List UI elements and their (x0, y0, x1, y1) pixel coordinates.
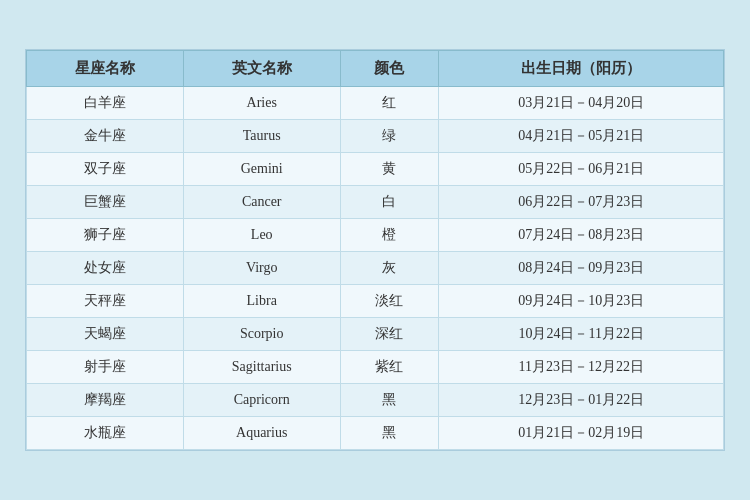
zodiac-table: 星座名称英文名称颜色出生日期（阳历） 白羊座Aries红03月21日－04月20… (26, 50, 724, 450)
header-col-1: 英文名称 (183, 51, 340, 87)
cell-9-3: 12月23日－01月22日 (439, 384, 724, 417)
table-row: 摩羯座Capricorn黑12月23日－01月22日 (27, 384, 724, 417)
cell-7-3: 10月24日－11月22日 (439, 318, 724, 351)
header-col-3: 出生日期（阳历） (439, 51, 724, 87)
cell-8-2: 紫红 (340, 351, 439, 384)
header-col-2: 颜色 (340, 51, 439, 87)
table-row: 双子座Gemini黄05月22日－06月21日 (27, 153, 724, 186)
cell-7-2: 深红 (340, 318, 439, 351)
cell-0-2: 红 (340, 87, 439, 120)
header-col-0: 星座名称 (27, 51, 184, 87)
cell-5-1: Virgo (183, 252, 340, 285)
cell-10-3: 01月21日－02月19日 (439, 417, 724, 450)
cell-1-3: 04月21日－05月21日 (439, 120, 724, 153)
cell-7-1: Scorpio (183, 318, 340, 351)
table-row: 处女座Virgo灰08月24日－09月23日 (27, 252, 724, 285)
cell-8-3: 11月23日－12月22日 (439, 351, 724, 384)
cell-7-0: 天蝎座 (27, 318, 184, 351)
table-row: 水瓶座Aquarius黑01月21日－02月19日 (27, 417, 724, 450)
cell-1-2: 绿 (340, 120, 439, 153)
table-row: 射手座Sagittarius紫红11月23日－12月22日 (27, 351, 724, 384)
table-row: 天秤座Libra淡红09月24日－10月23日 (27, 285, 724, 318)
cell-9-2: 黑 (340, 384, 439, 417)
cell-3-0: 巨蟹座 (27, 186, 184, 219)
cell-8-1: Sagittarius (183, 351, 340, 384)
cell-10-1: Aquarius (183, 417, 340, 450)
cell-10-2: 黑 (340, 417, 439, 450)
cell-4-1: Leo (183, 219, 340, 252)
table-row: 巨蟹座Cancer白06月22日－07月23日 (27, 186, 724, 219)
cell-2-1: Gemini (183, 153, 340, 186)
table-row: 金牛座Taurus绿04月21日－05月21日 (27, 120, 724, 153)
cell-0-0: 白羊座 (27, 87, 184, 120)
cell-6-3: 09月24日－10月23日 (439, 285, 724, 318)
cell-2-0: 双子座 (27, 153, 184, 186)
zodiac-table-container: 星座名称英文名称颜色出生日期（阳历） 白羊座Aries红03月21日－04月20… (25, 49, 725, 451)
cell-9-1: Capricorn (183, 384, 340, 417)
cell-8-0: 射手座 (27, 351, 184, 384)
cell-4-3: 07月24日－08月23日 (439, 219, 724, 252)
table-body: 白羊座Aries红03月21日－04月20日金牛座Taurus绿04月21日－0… (27, 87, 724, 450)
cell-10-0: 水瓶座 (27, 417, 184, 450)
cell-0-1: Aries (183, 87, 340, 120)
cell-6-1: Libra (183, 285, 340, 318)
cell-5-0: 处女座 (27, 252, 184, 285)
cell-2-3: 05月22日－06月21日 (439, 153, 724, 186)
cell-1-1: Taurus (183, 120, 340, 153)
cell-5-3: 08月24日－09月23日 (439, 252, 724, 285)
cell-6-0: 天秤座 (27, 285, 184, 318)
cell-4-0: 狮子座 (27, 219, 184, 252)
table-row: 天蝎座Scorpio深红10月24日－11月22日 (27, 318, 724, 351)
cell-3-3: 06月22日－07月23日 (439, 186, 724, 219)
cell-3-1: Cancer (183, 186, 340, 219)
cell-9-0: 摩羯座 (27, 384, 184, 417)
cell-1-0: 金牛座 (27, 120, 184, 153)
cell-4-2: 橙 (340, 219, 439, 252)
table-row: 白羊座Aries红03月21日－04月20日 (27, 87, 724, 120)
cell-3-2: 白 (340, 186, 439, 219)
cell-6-2: 淡红 (340, 285, 439, 318)
table-row: 狮子座Leo橙07月24日－08月23日 (27, 219, 724, 252)
cell-0-3: 03月21日－04月20日 (439, 87, 724, 120)
table-header-row: 星座名称英文名称颜色出生日期（阳历） (27, 51, 724, 87)
cell-5-2: 灰 (340, 252, 439, 285)
cell-2-2: 黄 (340, 153, 439, 186)
